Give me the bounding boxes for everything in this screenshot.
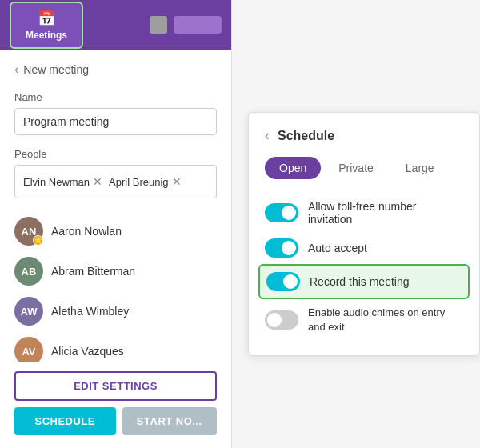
tab-open[interactable]: Open bbox=[265, 157, 321, 179]
remove-april-button[interactable]: ✕ bbox=[172, 175, 182, 188]
list-item[interactable]: AW Aletha Wimbley bbox=[14, 291, 217, 331]
person-tag-april: April Breunig ✕ bbox=[109, 175, 181, 188]
record-label: Record this meeting bbox=[310, 275, 410, 288]
top-nav: 📅 Meetings bbox=[0, 0, 231, 50]
tab-large[interactable]: Large bbox=[391, 157, 449, 179]
list-item[interactable]: AN ⭐ Aaron Nowlan bbox=[14, 211, 217, 251]
person-name: Alicia Vazques bbox=[51, 345, 124, 358]
meetings-tab[interactable]: 📅 Meetings bbox=[10, 2, 83, 49]
app-container: 📅 Meetings ‹ New meeting Name People bbox=[0, 0, 480, 448]
tollfree-row: Allow toll-free number invitation bbox=[265, 194, 463, 232]
list-item[interactable]: AV Alicia Vazques bbox=[14, 331, 217, 362]
left-panel-footer: EDIT SETTINGS SCHEDULE START NO... bbox=[0, 362, 231, 448]
autoacc-toggle[interactable] bbox=[265, 238, 298, 258]
tollfree-toggle[interactable] bbox=[265, 203, 298, 222]
chimes-label: Enable audio chimes on entry and exit bbox=[308, 306, 463, 334]
list-item[interactable]: AB Abram Bitterman bbox=[14, 251, 217, 291]
modal-back-button[interactable]: ‹ bbox=[265, 127, 270, 144]
chimes-toggle[interactable] bbox=[265, 310, 298, 330]
name-label: Name bbox=[14, 91, 217, 103]
record-toggle[interactable] bbox=[266, 272, 300, 291]
person-name-april: April Breunig bbox=[109, 176, 168, 188]
people-list: AN ⭐ Aaron Nowlan AB Abram Bitterman AW … bbox=[14, 211, 217, 362]
start-now-button[interactable]: START NO... bbox=[122, 407, 218, 435]
left-panel-body: ‹ New meeting Name People Elvin Newman ✕… bbox=[0, 50, 231, 362]
modal-header: ‹ Schedule bbox=[265, 127, 463, 144]
avatar-badge: ⭐ bbox=[33, 235, 43, 246]
modal-tabs: Open Private Large bbox=[265, 157, 463, 179]
person-name: Aaron Nowlan bbox=[51, 225, 122, 238]
top-nav-right bbox=[150, 16, 222, 34]
person-tag-elvin: Elvin Newman ✕ bbox=[23, 175, 102, 188]
autoacc-row: Auto accept bbox=[265, 232, 463, 264]
name-input[interactable] bbox=[14, 108, 217, 135]
avatar: AN ⭐ bbox=[14, 217, 43, 246]
back-label: New meeting bbox=[23, 63, 89, 76]
avatar: AW bbox=[14, 297, 43, 326]
people-box[interactable]: Elvin Newman ✕ April Breunig ✕ bbox=[14, 165, 217, 198]
meetings-tab-label: Meetings bbox=[26, 30, 67, 41]
tab-private[interactable]: Private bbox=[324, 157, 388, 179]
back-chevron-icon: ‹ bbox=[14, 62, 18, 77]
edit-settings-button[interactable]: EDIT SETTINGS bbox=[14, 371, 217, 401]
bottom-buttons: SCHEDULE START NO... bbox=[14, 407, 217, 435]
avatar: AB bbox=[14, 257, 43, 286]
person-name: Abram Bitterman bbox=[51, 265, 135, 278]
avatar: AV bbox=[14, 337, 43, 362]
right-panel: ‹ Schedule Open Private Large Allow toll… bbox=[232, 0, 480, 448]
modal-title: Schedule bbox=[278, 129, 334, 143]
person-name-elvin: Elvin Newman bbox=[23, 176, 90, 188]
nav-username bbox=[174, 16, 222, 34]
nav-avatar bbox=[150, 16, 167, 34]
autoacc-label: Auto accept bbox=[308, 242, 367, 254]
people-label: People bbox=[14, 148, 217, 160]
meetings-icon: 📅 bbox=[38, 10, 55, 27]
schedule-button[interactable]: SCHEDULE bbox=[14, 407, 116, 435]
people-group: People Elvin Newman ✕ April Breunig ✕ bbox=[14, 148, 217, 198]
left-panel: 📅 Meetings ‹ New meeting Name People bbox=[0, 0, 232, 448]
schedule-modal: ‹ Schedule Open Private Large Allow toll… bbox=[248, 112, 480, 356]
remove-elvin-button[interactable]: ✕ bbox=[93, 175, 102, 188]
chimes-row: Enable audio chimes on entry and exit bbox=[265, 299, 463, 341]
name-group: Name bbox=[14, 91, 217, 135]
back-nav[interactable]: ‹ New meeting bbox=[14, 62, 217, 77]
tollfree-label: Allow toll-free number invitation bbox=[308, 200, 463, 226]
record-row: Record this meeting bbox=[258, 264, 470, 299]
person-name: Aletha Wimbley bbox=[51, 305, 129, 318]
